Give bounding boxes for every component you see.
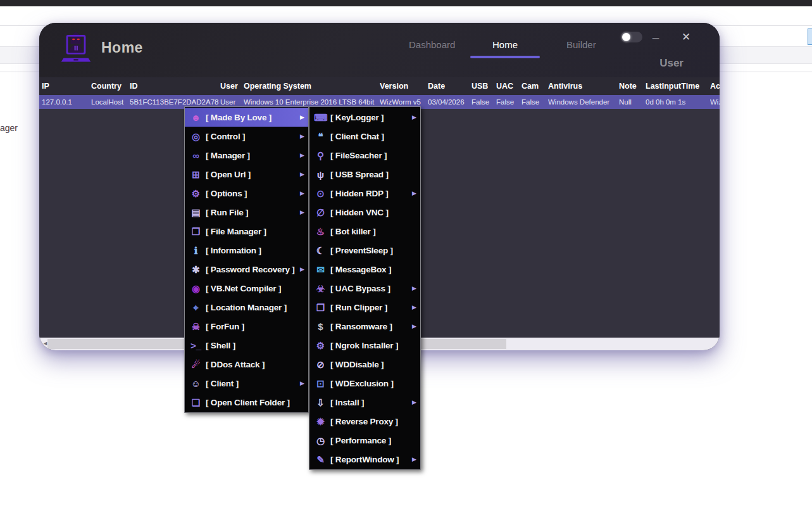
cell-note: Null <box>619 98 646 106</box>
mask-icon: ∞ <box>189 151 203 160</box>
menu-item-run-clipper[interactable]: ❒[ Run Clipper ]▶ <box>309 298 420 317</box>
submenu-arrow-icon: ▶ <box>300 114 304 120</box>
spider-shield-icon: ☣ <box>314 284 327 293</box>
menu-item-messagebox[interactable]: ✉[ MessageBox ]▶ <box>309 260 420 279</box>
menu-item-label: [ Password Recovery ] <box>206 265 300 274</box>
eye-slash-icon: ∅ <box>314 208 327 217</box>
close-button[interactable]: ✕ <box>678 30 694 44</box>
menu-item-vb-net-compiler[interactable]: ◉[ VB.Net Compiler ]▶ <box>185 279 308 298</box>
menu-item-label: [ WDDisable ] <box>330 360 412 369</box>
column-header-version[interactable]: Version <box>380 82 428 91</box>
made-by-love-submenu: ⌨[ KeyLogger ]▶❝[ Client Chat ]▶⚲[ FileS… <box>309 106 421 470</box>
column-header-ip[interactable]: IP <box>42 82 91 91</box>
menu-item-performance[interactable]: ◷[ Performance ]▶ <box>309 431 420 450</box>
menu-item-information[interactable]: ℹ[ Information ]▶ <box>185 241 308 260</box>
menu-item-wdexclusion[interactable]: ⊡[ WDExclusion ]▶ <box>309 374 420 393</box>
file-run-icon: ▤ <box>189 208 203 217</box>
menu-item-client[interactable]: ☺[ Client ]▶ <box>185 374 308 393</box>
bomb-icon: ☄ <box>189 360 203 369</box>
tab-home[interactable]: Home <box>470 39 540 51</box>
menu-item-label: [ Location Manager ] <box>206 303 300 312</box>
table-header: IPCountryIDUserOperating SystemVersionDa… <box>39 77 720 95</box>
clipboard-icon: ❒ <box>314 303 327 312</box>
proxy-flame-icon: ✹ <box>314 417 327 426</box>
column-header-note[interactable]: Note <box>619 82 646 91</box>
menu-item-forfun[interactable]: ☠[ ForFun ]▶ <box>185 317 308 336</box>
cell-lastinputtime: 0d 0h 0m 1s <box>646 98 710 106</box>
column-header-user[interactable]: User <box>220 82 244 91</box>
menu-item-install[interactable]: ⇩[ Install ]▶ <box>309 393 420 412</box>
menu-item-label: [ Run File ] <box>206 208 300 217</box>
menu-item-open-client-folder[interactable]: ❏[ Open Client Folder ]▶ <box>185 393 308 412</box>
column-header-date[interactable]: Date <box>428 82 472 91</box>
background-partial-text: ager <box>0 123 18 133</box>
browser-icon: ⊞ <box>189 170 203 179</box>
menu-item-uac-bypass[interactable]: ☣[ UAC Bypass ]▶ <box>309 279 420 298</box>
menu-item-label: [ Manager ] <box>206 151 300 160</box>
menu-item-label: [ File Manager ] <box>206 227 300 236</box>
menu-item-label: [ ForFun ] <box>206 322 300 331</box>
column-header-country[interactable]: Country <box>91 82 130 91</box>
menu-item-label: [ Open Client Folder ] <box>206 398 300 407</box>
background-window-titlebar <box>0 0 812 6</box>
menu-item-bot-killer[interactable]: ♨[ Bot killer ]▶ <box>309 222 420 241</box>
column-header-id[interactable]: ID <box>130 82 220 91</box>
column-header-cam[interactable]: Cam <box>522 82 548 91</box>
cell-id: 5B1FC113BE7F2DAD2A78 <box>130 98 220 106</box>
column-header-antivirus[interactable]: Antivirus <box>548 82 619 91</box>
folder-icon: ❐ <box>189 227 203 236</box>
menu-item-ngrok-installer[interactable]: ⚙[ Ngrok Installer ]▶ <box>309 336 420 355</box>
submenu-arrow-icon: ▶ <box>300 380 304 386</box>
menu-item-control[interactable]: ◎[ Control ]▶ <box>185 127 308 146</box>
menu-item-ddos-attack[interactable]: ☄[ DDos Attack ]▶ <box>185 355 308 374</box>
menu-item-shell[interactable]: >_[ Shell ]▶ <box>185 336 308 355</box>
skull-icon: ☠ <box>189 322 203 331</box>
menu-item-wddisable[interactable]: ⊘[ WDDisable ]▶ <box>309 355 420 374</box>
menu-item-location-manager[interactable]: ⌖[ Location Manager ]▶ <box>185 298 308 317</box>
dotnet-icon: ◉ <box>189 284 203 293</box>
column-header-lastinputtime[interactable]: LastInputTime <box>646 82 710 91</box>
menu-item-options[interactable]: ⚙[ Options ]▶ <box>185 184 308 203</box>
column-header-uac[interactable]: UAC <box>496 82 522 91</box>
submenu-arrow-icon: ▶ <box>300 209 304 215</box>
menu-item-label: [ DDos Attack ] <box>206 360 300 369</box>
column-header-usb[interactable]: USB <box>472 82 496 91</box>
menu-item-open-url[interactable]: ⊞[ Open Url ]▶ <box>185 165 308 184</box>
menu-item-password-recovery[interactable]: ✱[ Password Recovery ]▶ <box>185 260 308 279</box>
menu-item-usb-spread[interactable]: ψ[ USB Spread ]▶ <box>309 165 420 184</box>
submenu-arrow-icon: ▶ <box>412 399 416 405</box>
menu-item-client-chat[interactable]: ❝[ Client Chat ]▶ <box>309 127 420 146</box>
cell-date: 03/04/2026 <box>428 98 472 106</box>
menu-item-hidden-rdp[interactable]: ⊙[ Hidden RDP ]▶ <box>309 184 420 203</box>
menu-item-label: [ WDExclusion ] <box>330 379 412 388</box>
tab-dashboard[interactable]: Dashboard <box>409 39 455 50</box>
column-header-act[interactable]: Act <box>710 82 720 91</box>
submenu-arrow-icon: ▶ <box>300 152 304 158</box>
menu-item-label: [ FileSeacher ] <box>330 151 412 160</box>
theme-toggle[interactable] <box>621 32 642 42</box>
minimize-button[interactable]: – <box>648 30 663 44</box>
menu-item-keylogger[interactable]: ⌨[ KeyLogger ]▶ <box>309 108 420 127</box>
menu-item-ransomware[interactable]: $[ Ransomware ]▶ <box>309 317 420 336</box>
location-icon: ⌖ <box>189 303 203 312</box>
menu-item-label: [ Made By Love ] <box>206 113 300 122</box>
lock-icon: ✱ <box>189 265 203 274</box>
menu-item-hidden-vnc[interactable]: ∅[ Hidden VNC ]▶ <box>309 203 420 222</box>
menu-item-run-file[interactable]: ▤[ Run File ]▶ <box>185 203 308 222</box>
menu-item-label: [ Client ] <box>206 379 300 388</box>
menu-item-preventsleep[interactable]: ☾[ PreventSleep ]▶ <box>309 241 420 260</box>
cell-act: Wiz <box>710 98 720 106</box>
menu-item-reverse-proxy[interactable]: ✹[ Reverse Proxy ]▶ <box>309 412 420 431</box>
menu-item-made-by-love[interactable]: ☻[ Made By Love ]▶ <box>185 108 308 127</box>
tab-builder[interactable]: Builder <box>566 39 596 50</box>
column-header-operating-system[interactable]: Operating System <box>244 82 380 91</box>
menu-item-label: [ Hidden VNC ] <box>330 208 412 217</box>
menu-item-manager[interactable]: ∞[ Manager ]▶ <box>185 146 308 165</box>
menu-item-file-manager[interactable]: ❐[ File Manager ]▶ <box>185 222 308 241</box>
sleep-moon-icon: ☾ <box>314 246 327 255</box>
page-title: Home <box>101 39 143 56</box>
usb-icon: ψ <box>314 170 327 179</box>
cell-operating-system: Windows 10 Enterprise 2016 LTSB 64bit <box>244 98 380 106</box>
menu-item-reportwindow[interactable]: ✎[ ReportWindow ]▶ <box>309 450 420 469</box>
menu-item-fileseacher[interactable]: ⚲[ FileSeacher ]▶ <box>309 146 420 165</box>
